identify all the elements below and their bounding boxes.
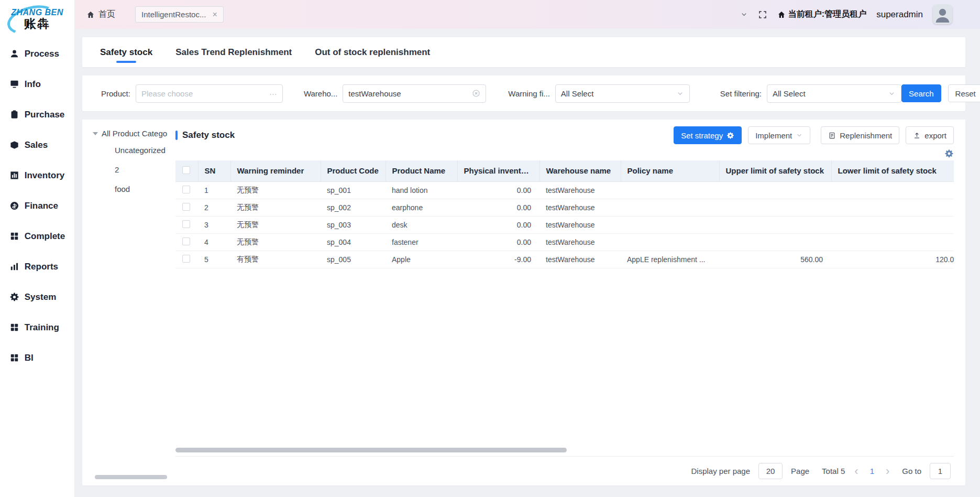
table-row[interactable]: 4 无预警 sp_004 fastener 0.00 testWarehouse [175, 233, 954, 251]
product-picker[interactable]: ··· [136, 84, 283, 103]
tenant-label: 当前租户:管理员租户 [788, 9, 866, 20]
reset-button[interactable]: Reset [948, 84, 980, 102]
column-settings-gear-icon[interactable] [944, 149, 954, 158]
clear-icon[interactable] [472, 89, 480, 98]
grid-icon [9, 353, 19, 363]
row-checkbox[interactable] [182, 203, 190, 211]
table-settings-row [175, 147, 954, 160]
route-tab-intelligent-restock[interactable]: IntelligentRestoc... × [135, 6, 224, 23]
sidebar-item-label: Training [25, 322, 59, 333]
username[interactable]: superadmin [876, 9, 923, 20]
sidebar-item-sales[interactable]: Sales [9, 139, 48, 152]
next-page-icon[interactable]: › [885, 466, 890, 477]
sidebar-item-label: Reports [25, 262, 58, 272]
col-product-name: Product Name [386, 160, 457, 181]
cell-warehouse: testWarehouse [539, 251, 621, 268]
export-button[interactable]: export [906, 126, 954, 144]
replenishment-button[interactable]: Replenishment [821, 126, 899, 144]
tree-item-food[interactable]: food [115, 185, 175, 193]
current-page[interactable]: 1 [868, 467, 876, 476]
sidebar-item-reports[interactable]: Reports [9, 261, 58, 273]
safety-stock-table: SN Warning reminder Product Code Product… [175, 160, 954, 268]
replenishment-label: Replenishment [840, 131, 892, 140]
cell-code: sp_001 [321, 181, 386, 199]
sidebar-item-label: BI [25, 353, 34, 363]
warehouse-picker[interactable] [343, 84, 486, 103]
close-icon[interactable]: × [212, 10, 217, 19]
sidebar-item-bi[interactable]: BI [9, 352, 34, 364]
page-label: Page [791, 467, 809, 476]
grid-icon [9, 322, 19, 332]
page-size-input[interactable] [758, 463, 783, 479]
product-input[interactable] [141, 89, 266, 98]
tab-sales-trend-replenishment[interactable]: Sales Trend Replenishment [175, 37, 292, 67]
search-button[interactable]: Search [901, 84, 941, 102]
sidebar: ZHANG BEN 账犇 Process Info Purchase Sales [0, 0, 75, 497]
table-row[interactable]: 3 无预警 sp_003 desk 0.00 testWarehouse [175, 216, 954, 233]
set-strategy-button[interactable]: Set strategy [674, 126, 742, 144]
sidebar-item-system[interactable]: System [9, 291, 56, 304]
fullscreen-icon[interactable] [758, 10, 767, 19]
cell-name: Apple [386, 251, 457, 268]
set-filtering-select[interactable]: All Select [767, 84, 901, 103]
cell-warehouse: testWarehouse [539, 216, 621, 233]
row-checkbox[interactable] [182, 237, 190, 245]
sidebar-item-info[interactable]: Info [9, 78, 41, 91]
gear-icon [726, 132, 734, 139]
table-horizontal-scrollbar[interactable] [175, 448, 567, 452]
device-icon [9, 79, 19, 89]
col-warehouse-name: Warehouse name [539, 160, 621, 181]
breadcrumb-home[interactable]: 首页 [86, 9, 115, 20]
row-checkbox[interactable] [182, 186, 190, 193]
cell-code: sp_005 [321, 251, 386, 268]
tab-out-of-stock-replenishment[interactable]: Out of stock replenishment [315, 37, 430, 67]
tree-root-all-product-categories[interactable]: All Product Catego [93, 129, 175, 138]
topbar: 首页 IntelligentRestoc... × 当前租户:管理员租户 sup… [75, 0, 980, 29]
cell-name: earphone [386, 199, 457, 216]
table-row[interactable]: 1 无预警 sp_001 hand lotion 0.00 testWareho… [175, 181, 954, 199]
tab-safety-stock[interactable]: Safety stock [100, 37, 152, 67]
row-checkbox[interactable] [182, 220, 190, 228]
goto-page-input[interactable] [930, 463, 951, 479]
cell-lower [831, 199, 954, 216]
filter-product: Product: ··· [101, 84, 283, 103]
tree-horizontal-scrollbar[interactable] [95, 475, 167, 479]
pagination: Display per page Page Total 5 ‹ 1 › Go t… [175, 456, 954, 485]
table-row[interactable]: 2 无预警 sp_002 earphone 0.00 testWarehouse [175, 199, 954, 216]
sidebar-item-inventory[interactable]: Inventory [9, 169, 65, 182]
table-panel: Safety stock Set strategy Implement [175, 120, 965, 485]
warning-select[interactable]: All Select [555, 84, 690, 103]
avatar[interactable] [933, 5, 952, 24]
select-all-checkbox[interactable] [182, 166, 190, 174]
row-checkbox[interactable] [182, 255, 190, 263]
filter-warning: Warning fi... All Select [508, 84, 689, 103]
product-label: Product: [101, 89, 130, 98]
table-row[interactable]: 5 有预警 sp_005 Apple -9.00 testWarehouse A… [175, 251, 954, 268]
cell-upper: 560.00 [719, 251, 831, 268]
chevron-down-icon[interactable] [740, 10, 748, 18]
warehouse-input[interactable] [348, 89, 469, 98]
tree-item-2[interactable]: 2 [115, 165, 175, 174]
sidebar-item-purchase[interactable]: Purchase [9, 109, 65, 121]
sidebar-item-finance[interactable]: Finance [9, 200, 58, 212]
cell-sn: 5 [198, 251, 230, 268]
implement-button[interactable]: Implement [748, 126, 810, 144]
export-label: export [924, 131, 946, 140]
cell-warning: 无预警 [230, 199, 321, 216]
cell-warning: 无预警 [230, 181, 321, 199]
sidebar-item-label: Finance [25, 201, 58, 211]
warning-select-value: All Select [561, 89, 594, 98]
warehouse-label: Wareho... [304, 89, 337, 98]
tree-item-uncategorized[interactable]: Uncategorized [115, 146, 175, 155]
home-icon [86, 10, 95, 19]
sidebar-item-training[interactable]: Training [9, 321, 59, 334]
ellipsis-icon[interactable]: ··· [269, 89, 277, 98]
collapse-icon[interactable] [93, 132, 98, 135]
cell-policy: AppLE replenishment ... [621, 251, 719, 268]
sidebar-item-complete[interactable]: Complete [9, 230, 65, 243]
cell-upper [719, 233, 831, 251]
prev-page-icon[interactable]: ‹ [853, 466, 859, 477]
box-icon [9, 140, 19, 150]
display-per-page-label: Display per page [691, 467, 750, 476]
sidebar-item-process[interactable]: Process [9, 48, 59, 60]
